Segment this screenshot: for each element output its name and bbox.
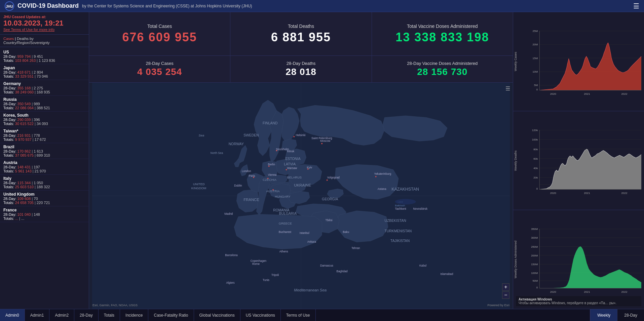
svg-text:Athens: Athens [279, 250, 288, 253]
svg-text:Moscow: Moscow [320, 139, 330, 143]
svg-text:HUNGARY: HUNGARY [275, 195, 290, 198]
svg-text:2022: 2022 [621, 92, 628, 95]
svg-text:Volgograd: Volgograd [327, 176, 340, 179]
bottom-tab-incidence[interactable]: Incidence [120, 309, 148, 321]
menu-icon[interactable]: ☰ [633, 2, 639, 10]
bottom-tab-terms-of-use[interactable]: Terms of Use [281, 309, 316, 321]
jhu-logo: JHU [5, 1, 14, 11]
country-28day: 28-Day: 418 671 | 2 804 [3, 70, 85, 74]
vaccine-y-label: Weekly Doses Administered [514, 241, 517, 278]
svg-text:GREECE: GREECE [279, 222, 292, 225]
map-powered: Powered by Esri [487, 304, 509, 307]
sidebar-terms-link[interactable]: See Terms of Use for more info [3, 28, 85, 32]
svg-text:2021: 2021 [584, 290, 590, 293]
svg-text:GEORGIA: GEORGIA [322, 197, 338, 201]
map-area[interactable]: ☰ [89, 83, 513, 309]
svg-text:KINGDOM: KINGDOM [191, 187, 206, 190]
map-zoom-out[interactable]: − [502, 291, 509, 299]
svg-point-77 [395, 199, 416, 205]
country-item[interactable]: Taiwan* 28-Day: 216 931 | 778 Totals: 9 … [0, 127, 89, 143]
svg-text:Islamabad: Islamabad [440, 273, 453, 276]
country-totals: Totals: 25 603 510 | 188 322 [3, 185, 85, 189]
country-28day: 28-Day: 355 168 | 2 275 [3, 86, 85, 90]
bottom-tab-admin1[interactable]: Admin1 [25, 309, 50, 321]
stats-row-1: Total Cases 676 609 955 Total Deaths 6 8… [89, 12, 513, 56]
total-deaths-box: Total Deaths 6 881 955 [230, 12, 372, 55]
bottom-tab-us-vaccinations[interactable]: US Vaccinations [240, 309, 281, 321]
country-name: Taiwan* [3, 129, 85, 133]
map-svg: Stockholm Helsinki Saint Petersburg Pari… [89, 83, 513, 309]
total-cases-box: Total Cases 676 609 955 [89, 12, 230, 55]
svg-text:Ankara: Ankara [307, 240, 316, 243]
country-item[interactable]: Brazil 28-Day: 170 862 | 1 613 Totals: 3… [0, 143, 89, 159]
svg-text:Berlin: Berlin [268, 163, 275, 166]
svg-text:0: 0 [536, 286, 538, 289]
country-28day: 28-Day: 959 794 | 9 451 [3, 54, 85, 58]
country-totals: Totals: 24 658 705 | 220 721 [3, 201, 85, 205]
svg-text:350M: 350M [531, 228, 538, 231]
total-cases-value: 676 609 955 [122, 30, 197, 44]
sidebar-date: 10.03.2023, 19:21 [3, 19, 85, 28]
country-list: US 28-Day: 959 794 | 9 451 Totals: 103 8… [0, 47, 89, 309]
svg-text:2020: 2020 [550, 92, 556, 95]
country-item[interactable]: Japan 28-Day: 418 671 | 2 804 Totals: 33… [0, 64, 89, 80]
bottom-right-tab-28-day[interactable]: 28-Day [617, 309, 644, 321]
svg-text:20M: 20M [533, 43, 538, 46]
svg-text:UKRAINE: UKRAINE [294, 183, 311, 187]
country-totals: Totals: ... | ... [3, 216, 85, 220]
bottom-tab-28-day[interactable]: 28-Day [74, 309, 99, 321]
country-item[interactable]: Korea, South 28-Day: 290 039 | 396 Total… [0, 112, 89, 127]
country-item[interactable]: Russia 28-Day: 350 549 | 989 Totals: 22 … [0, 96, 89, 112]
filter-cases[interactable]: Cases [3, 37, 14, 41]
map-list-icon[interactable]: ☰ [505, 85, 510, 92]
svg-text:North Sea: North Sea [211, 152, 223, 155]
total-vaccine-box: Total Vaccine Doses Administered 13 338 … [372, 12, 513, 55]
bottom-tab-admin0[interactable]: Admin0 [0, 309, 25, 321]
svg-text:2021: 2021 [584, 92, 590, 95]
svg-text:Astana: Astana [378, 188, 386, 191]
svg-text:Vienna: Vienna [268, 173, 277, 176]
app-header: JHU COVID-19 Dashboard by the Center for… [0, 0, 644, 12]
day28-deaths-value: 28 018 [286, 67, 316, 77]
bottom-tab-totals[interactable]: Totals [99, 309, 120, 321]
svg-text:150M: 150M [531, 263, 538, 266]
day28-vaccine-value: 28 156 730 [417, 67, 467, 77]
vaccine-svg: 350M 300M 250M 200M 150M 100M 50M 0 2020… [526, 213, 641, 306]
bottom-right-tab-weekly[interactable]: Weekly [590, 309, 617, 321]
bottom-tab-case-fatality-ratio[interactable]: Case-Fatality Ratio [148, 309, 194, 321]
country-name: Austria [3, 160, 85, 165]
country-item[interactable]: Germany 28-Day: 355 168 | 2 275 Totals: … [0, 80, 89, 96]
svg-text:FRANCE: FRANCE [243, 198, 259, 202]
country-item[interactable]: United Kingdom 28-Day: 109 608 | 70 Tota… [0, 191, 89, 206]
cases-svg: 25M 20M 15M 10M 5M 0 2020 2021 2022 [526, 15, 641, 108]
country-item[interactable]: Italy 28-Day: 115 344 | 1 050 Totals: 25… [0, 175, 89, 191]
bottom-tab-admin2[interactable]: Admin2 [49, 309, 74, 321]
main-layout: JHU Ceased Updates at: 10.03.2023, 19:21… [0, 12, 644, 309]
bottom-tab-global-vaccinations[interactable]: Global Vaccinations [194, 309, 240, 321]
country-28day: 28-Day: 101 040 | 148 [3, 212, 85, 216]
country-name: Italy [3, 176, 85, 181]
svg-text:Mediterranean Sea: Mediterranean Sea [294, 288, 327, 292]
country-item[interactable]: US 28-Day: 959 794 | 9 451 Totals: 103 8… [0, 48, 89, 64]
svg-text:UZBEKISTAN: UZBEKISTAN [384, 219, 406, 223]
country-name: France [3, 208, 85, 212]
country-item[interactable]: France 28-Day: 101 040 | 148 Totals: ...… [0, 206, 89, 222]
country-totals: Totals: 37 085 675 | 699 310 [3, 153, 85, 157]
svg-text:60k: 60k [533, 157, 538, 160]
map-zoom-in[interactable]: + [502, 283, 509, 291]
deaths-y-label: Weekly Deaths [514, 150, 517, 170]
svg-text:UNITED: UNITED [193, 183, 205, 186]
bottom-bar: Admin0Admin1Admin228-DayTotalsIncidenceC… [0, 309, 644, 321]
svg-text:Damascus: Damascus [320, 264, 333, 267]
total-deaths-value: 6 881 955 [271, 30, 331, 44]
svg-text:0: 0 [536, 187, 538, 190]
country-item[interactable]: Austria 28-Day: 148 431 | 197 Totals: 5 … [0, 159, 89, 175]
weekly-cases-chart: Weekly Cases 25M 20M 15M 10M 5M 0 [513, 12, 644, 111]
country-name: Korea, South [3, 113, 85, 118]
map-attribution: Esri, Garmin, FAO, NOAA, USGS [92, 304, 138, 307]
filter-sub: Country/Region/Sovereignty [3, 41, 50, 45]
svg-text:Dublin: Dublin [234, 184, 242, 187]
svg-text:2022: 2022 [621, 290, 628, 293]
country-totals: Totals: 38 249 060 | 168 935 [3, 90, 85, 94]
svg-text:Helsinki: Helsinki [296, 134, 305, 137]
